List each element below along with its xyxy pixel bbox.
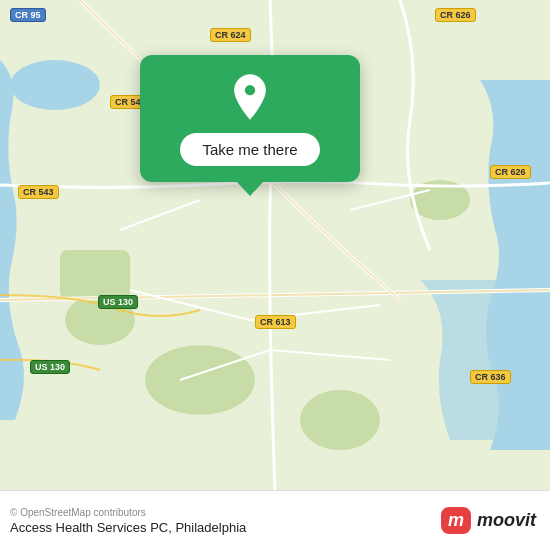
copyright-text: © OpenStreetMap contributors: [10, 507, 246, 518]
road-badge-cr626-right: CR 626: [490, 165, 531, 179]
svg-point-3: [300, 390, 380, 450]
road-badge-us130-low: US 130: [30, 360, 70, 374]
road-badge-cr636: CR 636: [470, 370, 511, 384]
moovit-m-icon: m: [441, 507, 471, 534]
road-badge-cr613: CR 613: [255, 315, 296, 329]
location-pin-icon: [226, 73, 274, 121]
location-name: Access Health Services PC, Philadelphia: [10, 520, 246, 535]
road-badge-us130-mid: US 130: [98, 295, 138, 309]
road-badge-cr543-left: CR 543: [18, 185, 59, 199]
road-badge-cr95: CR 95: [10, 8, 46, 22]
map-container: CR 95 CR 624 CR 626 CR 626 CR 543 CR 543…: [0, 0, 550, 490]
svg-rect-6: [60, 250, 130, 300]
bottom-left: © OpenStreetMap contributors Access Heal…: [10, 507, 246, 535]
svg-point-2: [145, 345, 255, 415]
road-badge-cr624: CR 624: [210, 28, 251, 42]
popup-card: Take me there: [140, 55, 360, 182]
svg-point-15: [245, 85, 255, 95]
svg-point-1: [10, 60, 100, 110]
take-me-there-button[interactable]: Take me there: [180, 133, 319, 166]
moovit-wordmark: moovit: [477, 510, 536, 531]
moovit-logo[interactable]: m moovit: [441, 507, 536, 534]
road-badge-cr626-top: CR 626: [435, 8, 476, 22]
bottom-bar: © OpenStreetMap contributors Access Heal…: [0, 490, 550, 550]
